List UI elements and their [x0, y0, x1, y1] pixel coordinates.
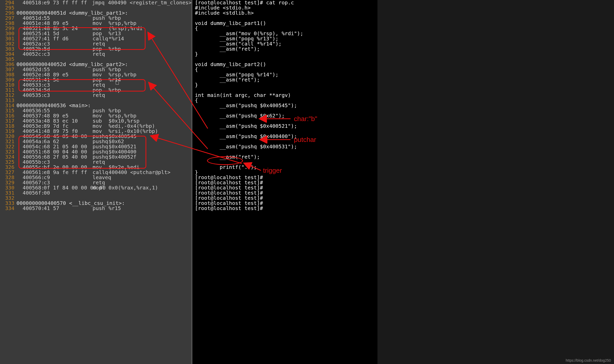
disasm-line: 312 400535:c3retq	[0, 93, 192, 98]
disasm-line: 297 40051d:55push%rbp	[0, 15, 192, 21]
addr: 40052e:	[23, 72, 44, 77]
func-header: 000000000040051d <dummy_libc_part1>:	[16, 10, 128, 15]
disasm-line: 295	[0, 5, 192, 10]
source-line: [root@localhost test]#	[192, 185, 377, 190]
operands: %rbp	[109, 108, 121, 113]
operands: %rsi,-0x10(%rbp)	[109, 129, 158, 134]
mnemonic: retq	[93, 51, 109, 57]
source-line: {	[192, 67, 377, 72]
addr: 40052c:	[23, 51, 44, 57]
source-line: void dummy_libc_part2()	[192, 62, 377, 67]
source-line: __asm("popq %r14");	[192, 72, 377, 77]
mnemonic: sub	[93, 118, 109, 123]
addr: 400536:	[23, 108, 44, 113]
disasm-line: 332	[0, 195, 192, 201]
source-pane: [root@localhost test]# cat rop.c#include…	[192, 0, 377, 364]
line-number: 302	[0, 41, 16, 46]
hex-bytes	[44, 98, 93, 103]
source-line: __asm("call *%r14");	[192, 41, 377, 46]
operands: 0x0(%rax,%rax,1)	[109, 185, 158, 190]
source-line	[192, 118, 377, 123]
addr	[23, 195, 44, 201]
hex-bytes: 41 57	[44, 206, 93, 211]
source-line: __asm("pushq $0x400545");	[192, 103, 377, 108]
line-number: 316	[0, 113, 16, 118]
mnemonic: mov	[93, 21, 109, 26]
operands: 400490 <register_tm_clones>	[108, 0, 192, 5]
mnemonic: mov	[93, 72, 109, 77]
hex-bytes: c3	[44, 93, 93, 98]
addr: 400570:	[23, 206, 44, 211]
source-line	[192, 108, 377, 113]
addr: 40052d:	[23, 67, 44, 72]
line-number: 307	[0, 67, 16, 72]
hex-bytes: 55	[44, 15, 93, 21]
disasm-line: 304 40052c:c3retq	[0, 51, 192, 57]
disasm-line: 318 40053e:89 7d fcmov%edi,-0x4(%rbp)	[0, 123, 192, 129]
disasm-line: 305	[0, 57, 192, 62]
line-number: 294	[0, 0, 16, 5]
line-number: 328	[0, 175, 16, 180]
line-number: 304	[0, 51, 16, 57]
gadget-box-3	[19, 136, 146, 169]
source-line	[192, 139, 377, 144]
line-number: 297	[0, 15, 16, 21]
operands: %r15	[109, 206, 121, 211]
disasm-line: 296000000000040051d <dummy_libc_part1>:	[0, 10, 192, 15]
operands: %rsp,%rbp	[109, 21, 136, 26]
disasm-line: 319 400541:48 89 75 f0mov%rsi,-0x10(%rbp…	[0, 129, 192, 134]
disasm-line: 331 40056f:00	[0, 190, 192, 195]
line-number: 311	[0, 87, 16, 93]
line-number: 334	[0, 206, 16, 211]
line-number: 314	[0, 103, 16, 108]
disasm-line: 306000000000040052d <dummy_libc_part2>:	[0, 62, 192, 67]
source-line: }	[192, 82, 377, 87]
mnemonic	[93, 57, 109, 62]
disasm-line: 294 400518:e9 73 ff ff ffjmpq400490 <reg…	[0, 0, 192, 5]
disasm-line: 313	[0, 98, 192, 103]
disasm-line: 334 400570:41 57push%r15	[0, 206, 192, 211]
operands: 400400 <putchar@plt>	[109, 170, 170, 175]
addr: 400518:	[23, 0, 44, 5]
source-line: __asm("pushq $0x400531");	[192, 144, 377, 149]
source-line: __asm("mov 0(%rsp), %rdi");	[192, 31, 377, 36]
mnemonic: leaveq	[93, 175, 109, 180]
hex-bytes	[44, 5, 93, 10]
line-number: 310	[0, 82, 16, 87]
source-line: {	[192, 98, 377, 103]
addr: 400567:	[23, 180, 44, 185]
mnemonic	[93, 195, 109, 201]
annot-putchar: putchar	[294, 136, 316, 144]
hex-bytes: e9 73 ff ff ff	[44, 0, 92, 5]
addr	[23, 98, 44, 103]
addr: 40053a:	[23, 118, 44, 123]
disasm-line: 308 40052e:48 89 e5mov%rsp,%rbp	[0, 72, 192, 77]
disasm-pane: 294 400518:e9 73 ff ff ffjmpq400490 <reg…	[0, 0, 192, 364]
hex-bytes: c9	[44, 175, 93, 180]
mnemonic: retq	[93, 180, 109, 185]
ret-oval	[207, 156, 243, 165]
mnemonic: nopl	[93, 185, 109, 190]
source-line	[192, 15, 377, 21]
disasm-line: 327 400561:e8 9a fe ff ffcallq400400 <pu…	[0, 170, 192, 175]
func-header: 0000000000400570 <__libc_csu_init>:	[16, 201, 125, 206]
mnemonic: callq	[93, 170, 109, 175]
line-number: 322	[0, 144, 16, 149]
line-number: 317	[0, 118, 16, 123]
disasm-line: 328 400566:c9leaveq	[0, 175, 192, 180]
mnemonic: jmpq	[92, 0, 108, 5]
operands: %rsp,%rbp	[109, 72, 136, 77]
hex-bytes: 48 83 ec 10	[44, 118, 93, 123]
line-number: 296	[0, 10, 16, 15]
disasm-line: 307 40052d:55push%rbp	[0, 67, 192, 72]
source-line: __asm("pushq $0x400521");	[192, 123, 377, 129]
mnemonic	[93, 98, 109, 103]
line-number: 331	[0, 190, 16, 195]
hex-bytes: c3	[44, 51, 93, 57]
hex-bytes	[44, 195, 93, 201]
line-number: 312	[0, 93, 16, 98]
addr: 400537:	[23, 113, 44, 118]
mnemonic: push	[93, 15, 109, 21]
line-number: 327	[0, 170, 16, 175]
source-line	[192, 129, 377, 134]
